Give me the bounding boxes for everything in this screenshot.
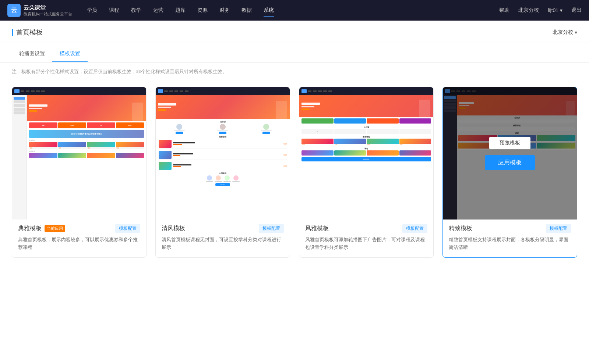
tab-carousel[interactable]: 轮播图设置 xyxy=(12,46,52,62)
template-desc-2: 清风首页模板课程无封面，可设置按学科分类对课程进行展示 xyxy=(162,236,284,251)
nav-item-jiaoxue[interactable]: 教学 xyxy=(131,6,141,15)
template-card-3: 公开课 ¥0 推荐课程 ¥499 ¥399 ¥299 xyxy=(299,87,434,258)
template-card-2: 公开课 xyxy=(155,87,290,258)
logo-icon: 云 xyxy=(7,4,21,17)
apply-btn-3[interactable]: 应用模板 xyxy=(341,155,391,170)
template-name-row-4: 精致模板 模板配置 xyxy=(449,224,571,233)
nav-user[interactable]: lijt01 xyxy=(548,7,562,13)
nav-item-xitong[interactable]: 系统 xyxy=(264,6,274,15)
config-btn-4[interactable]: 模板配置 xyxy=(546,224,571,233)
template-preview-4: 公开课 推荐课程 课程 xyxy=(443,87,577,220)
template-card-4: 公开课 推荐课程 课程 xyxy=(442,87,577,258)
nav-right: 帮助 北京分校 lijt01 退出 xyxy=(499,7,582,14)
note-text: 注：模板有部分个性化样式设置，设置后仅当前模板生效；非个性化样式设置后只针对所有… xyxy=(0,63,589,81)
page-title: 首页模板 xyxy=(12,28,43,37)
template-name-1: 典雅模板 当前应用 xyxy=(18,225,65,232)
nav-item-tiku[interactable]: 题库 xyxy=(175,6,186,15)
apply-btn-2[interactable]: 应用模板 xyxy=(198,155,248,170)
template-card-1: ¥30 ¥200 ¥30 ¥200 30天 让你摆脱平庸 知识使你更有魅力 推荐… xyxy=(12,87,147,258)
apply-btn-1[interactable]: 应用模板 xyxy=(54,155,104,170)
template-preview-3: 公开课 ¥0 推荐课程 ¥499 ¥399 ¥299 xyxy=(299,87,433,220)
logo-text: 云朵课堂 教育机构一站式服务云平台 xyxy=(24,4,72,17)
template-desc-3: 风雅首页模板可添加轮播图下广告图片，可对课程及课程包设置学科分类展示 xyxy=(305,236,427,251)
nav-branch[interactable]: 北京分校 xyxy=(518,7,539,14)
nav-item-yunying[interactable]: 运营 xyxy=(153,6,163,15)
tab-bar: 轮播图设置 模板设置 xyxy=(0,46,589,63)
preview-btn-4[interactable]: 预览模板 xyxy=(489,137,530,149)
badge-applied-1: 当前应用 xyxy=(45,225,65,232)
nav-item-caiwu[interactable]: 财务 xyxy=(219,6,230,15)
nav-help[interactable]: 帮助 xyxy=(499,7,509,14)
templates-grid: ¥30 ¥200 ¥30 ¥200 30天 让你摆脱平庸 知识使你更有魅力 推荐… xyxy=(0,81,589,272)
nav-item-kecheng[interactable]: 课程 xyxy=(109,6,119,15)
template-name-2: 清风模板 xyxy=(162,225,185,232)
nav-item-shuju[interactable]: 数据 xyxy=(241,6,252,15)
template-name-row-1: 典雅模板 当前应用 模板配置 xyxy=(18,224,140,233)
template-desc-4: 精致首页模板支持课程展示封面，各模板分隔明显，界面简洁清晰 xyxy=(449,236,571,251)
template-desc-1: 典雅首页模板，展示内容较多，可以展示优惠券和多个推荐课程 xyxy=(18,236,140,251)
logo[interactable]: 云 云朵课堂 教育机构一站式服务云平台 xyxy=(7,4,72,17)
template-name-row-2: 清风模板 模板配置 xyxy=(162,224,284,233)
template-name-3: 风雅模板 xyxy=(305,225,329,232)
nav-item-xueyuan[interactable]: 学员 xyxy=(87,6,97,15)
page-header: 首页模板 北京分校 xyxy=(0,21,589,43)
nav-menu: 学员 课程 教学 运营 题库 资源 财务 数据 系统 xyxy=(87,6,499,15)
top-navigation: 云 云朵课堂 教育机构一站式服务云平台 学员 课程 教学 运营 题库 资源 财务… xyxy=(0,0,589,21)
template-info-2: 清风模板 模板配置 清风首页模板课程无封面，可设置按学科分类对课程进行展示 xyxy=(156,220,290,257)
preview-btn-2[interactable]: 预览模板 xyxy=(202,137,243,149)
template-info-4: 精致模板 模板配置 精致首页模板支持课程展示封面，各模板分隔明显，界面简洁清晰 xyxy=(443,220,577,257)
config-btn-1[interactable]: 模板配置 xyxy=(115,224,140,233)
template-info-3: 风雅模板 模板配置 风雅首页模板可添加轮播图下广告图片，可对课程及课程包设置学科… xyxy=(299,220,433,257)
config-btn-3[interactable]: 模板配置 xyxy=(402,224,427,233)
template-name-row-3: 风雅模板 模板配置 xyxy=(305,224,427,233)
config-btn-2[interactable]: 模板配置 xyxy=(259,224,284,233)
preview-btn-3[interactable]: 预览模板 xyxy=(346,137,387,149)
preview-btn-1[interactable]: 预览模板 xyxy=(59,137,100,149)
nav-item-ziyuan[interactable]: 资源 xyxy=(197,6,208,15)
template-preview-2: 公开课 xyxy=(156,87,290,220)
branch-selector[interactable]: 北京分校 xyxy=(553,29,577,36)
tab-template[interactable]: 模板设置 xyxy=(52,46,88,62)
apply-btn-4[interactable]: 应用模板 xyxy=(485,155,535,170)
page-content: 首页模板 北京分校 轮播图设置 模板设置 注：模板有部分个性化样式设置，设置后仅… xyxy=(0,21,589,364)
nav-logout[interactable]: 退出 xyxy=(571,7,582,14)
template-preview-1: ¥30 ¥200 ¥30 ¥200 30天 让你摆脱平庸 知识使你更有魅力 推荐… xyxy=(12,87,146,220)
template-overlay-4: 预览模板 应用模板 xyxy=(443,87,577,220)
template-name-4: 精致模板 xyxy=(449,225,472,232)
template-info-1: 典雅模板 当前应用 模板配置 典雅首页模板，展示内容较多，可以展示优惠券和多个推… xyxy=(12,220,146,257)
